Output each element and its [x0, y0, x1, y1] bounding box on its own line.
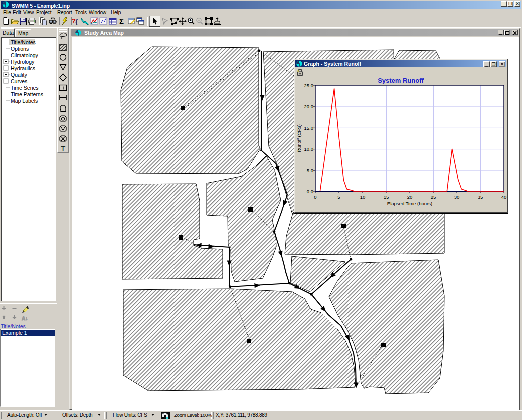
svg-text:35: 35 [478, 194, 483, 200]
svg-text:20: 20 [407, 194, 413, 200]
svg-text:A↓: A↓ [22, 316, 28, 321]
svg-text:15.0: 15.0 [304, 125, 314, 131]
svg-text:25.0: 25.0 [304, 83, 314, 88]
svg-text:Elapsed Time (hours): Elapsed Time (hours) [387, 201, 432, 206]
svg-text:Runoff (CFS): Runoff (CFS) [296, 124, 302, 152]
svg-text:System Runoff: System Runoff [378, 77, 424, 84]
svg-text:25: 25 [431, 194, 436, 200]
svg-text:15: 15 [384, 194, 389, 200]
svg-text:40: 40 [501, 194, 507, 200]
svg-text:0.0: 0.0 [307, 189, 313, 194]
svg-text:20.0: 20.0 [304, 104, 314, 109]
svg-text:0: 0 [314, 194, 316, 200]
svg-text:10.0: 10.0 [304, 146, 314, 152]
svg-text:T: T [61, 145, 65, 153]
svg-text:10: 10 [360, 194, 366, 200]
svg-text:5.0: 5.0 [307, 168, 313, 173]
svg-text:5: 5 [337, 194, 340, 200]
svg-text:30: 30 [454, 194, 460, 200]
svg-text:Σ: Σ [119, 17, 124, 25]
svg-text:{: { [75, 18, 78, 25]
